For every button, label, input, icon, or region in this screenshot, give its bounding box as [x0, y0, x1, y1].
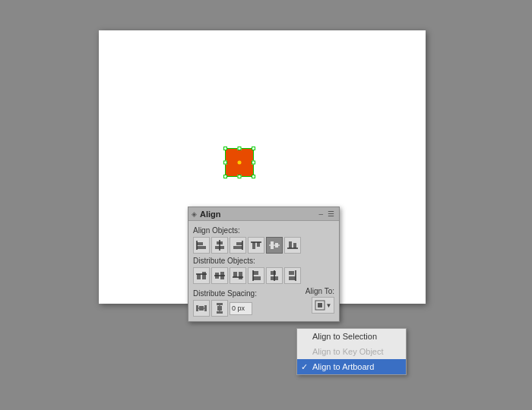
svg-rect-16: [293, 243, 296, 248]
align-to-selection-label: Align to Selection: [312, 332, 377, 341]
align-objects-row: [193, 237, 334, 254]
align-bottom-button[interactable]: [284, 237, 301, 254]
align-right-button[interactable]: [230, 237, 246, 254]
handle-tm[interactable]: [238, 147, 242, 150]
align-panel: ◈ Align – ☰ Align Objects:: [188, 207, 340, 322]
align-to-artboard-label: Align to Artboard: [312, 362, 374, 371]
svg-rect-1: [197, 246, 206, 249]
distribute-spacing-section: Distribute Spacing:: [193, 287, 302, 317]
svg-rect-15: [289, 241, 292, 248]
panel-title: Align: [200, 210, 221, 219]
handle-bm[interactable]: [238, 175, 242, 178]
align-to-section: Align To: ▼: [306, 287, 334, 314]
svg-rect-42: [217, 311, 223, 314]
dist-right-button[interactable]: [284, 267, 301, 284]
handle-bl[interactable]: [223, 175, 227, 178]
dist-spacing-v-button[interactable]: [211, 300, 228, 317]
svg-rect-10: [257, 242, 260, 247]
handle-br[interactable]: [252, 175, 255, 178]
align-top-button[interactable]: [248, 237, 264, 254]
align-center-v-button[interactable]: [266, 237, 283, 254]
selected-object[interactable]: [225, 148, 254, 177]
svg-rect-19: [202, 272, 206, 279]
handle-tl[interactable]: [223, 147, 227, 150]
handle-ml[interactable]: [223, 161, 227, 165]
dropdown-arrow-icon: ▼: [326, 302, 332, 309]
dist-left-button[interactable]: [248, 267, 264, 284]
align-to-dropdown-menu: Align to Selection Align to Key Object A…: [296, 328, 407, 375]
dist-top-button[interactable]: [193, 267, 210, 284]
svg-rect-27: [253, 271, 258, 275]
align-center-h-button[interactable]: [211, 237, 228, 254]
distribute-objects-label: Distribute Objects:: [193, 257, 334, 265]
align-to-selection-item[interactable]: Align to Selection: [297, 329, 406, 344]
distribute-spacing-label: Distribute Spacing:: [193, 289, 302, 298]
dist-spacing-h-button[interactable]: [193, 300, 210, 317]
panel-title-area: ◈ Align: [192, 210, 221, 219]
align-to-key-object-label: Align to Key Object: [312, 347, 384, 356]
svg-rect-0: [197, 242, 203, 245]
svg-rect-9: [252, 242, 255, 249]
align-to-artboard-item[interactable]: Align to Artboard: [297, 359, 406, 374]
panel-minimize-button[interactable]: –: [317, 210, 325, 218]
align-to-dropdown-button[interactable]: ▼: [312, 297, 334, 314]
align-objects-label: Align Objects:: [193, 226, 334, 235]
distribute-objects-row: [193, 267, 334, 284]
panel-title-buttons: – ☰: [317, 210, 336, 218]
dist-bottom-button[interactable]: [230, 267, 246, 284]
align-left-button[interactable]: [193, 237, 210, 254]
align-to-label: Align To:: [306, 287, 334, 295]
svg-rect-28: [253, 276, 261, 280]
svg-rect-33: [289, 271, 294, 275]
dist-center-v-button[interactable]: [211, 267, 228, 284]
center-marker: [238, 161, 242, 165]
svg-rect-6: [236, 242, 242, 245]
svg-rect-38: [199, 306, 204, 311]
svg-rect-7: [233, 246, 242, 249]
align-to-icon: [315, 300, 325, 311]
svg-rect-47: [318, 303, 322, 308]
bottom-section: Distribute Spacing:: [193, 287, 334, 317]
svg-rect-36: [196, 305, 198, 311]
svg-rect-41: [217, 303, 223, 305]
handle-tr[interactable]: [252, 147, 255, 150]
svg-rect-25: [239, 272, 242, 279]
panel-collapse-icon[interactable]: ◈: [192, 210, 197, 218]
panel-menu-button[interactable]: ☰: [326, 210, 336, 218]
svg-rect-18: [197, 274, 201, 279]
panel-body: Align Objects:: [188, 221, 339, 321]
spacing-buttons-row: [193, 300, 302, 317]
svg-rect-34: [289, 276, 296, 280]
panel-titlebar[interactable]: ◈ Align – ☰: [188, 207, 339, 221]
dist-center-h-button[interactable]: [266, 267, 283, 284]
svg-rect-43: [217, 306, 222, 311]
svg-rect-24: [233, 272, 237, 277]
align-to-key-object-item: Align to Key Object: [297, 344, 406, 359]
spacing-input[interactable]: [230, 302, 252, 315]
handle-mr[interactable]: [252, 161, 255, 165]
svg-rect-37: [204, 305, 207, 311]
svg-rect-30: [271, 271, 276, 275]
